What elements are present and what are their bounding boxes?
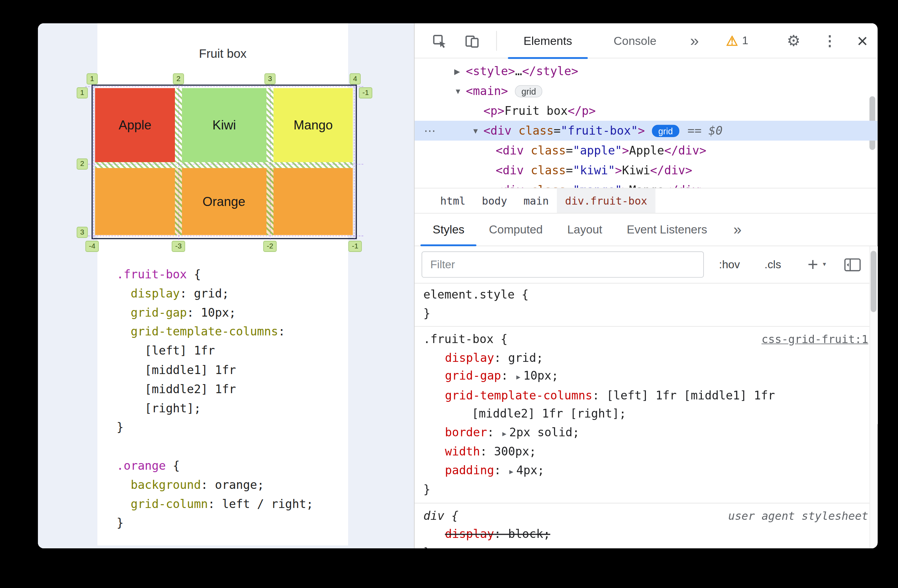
disclosure-expanded-icon[interactable]: ▼ — [472, 126, 483, 135]
breadcrumb-item-body[interactable]: body — [474, 189, 515, 213]
browser-window: Fruit box Apple Kiwi Mango Orange — [38, 23, 878, 548]
grid-line-number-bottom: -1 — [349, 241, 362, 252]
cell-apple-label: Apple — [118, 118, 151, 133]
more-tabs-icon[interactable]: » — [727, 214, 749, 246]
rule-divider — [415, 326, 878, 327]
rule-selector[interactable]: .fruit-box { — [423, 330, 507, 349]
dom-tree-row[interactable]: ▶<style>…</style> — [415, 61, 878, 81]
grid-line-number-bottom: -2 — [263, 241, 277, 252]
expand-shorthand-icon[interactable]: ▸ — [502, 428, 506, 438]
toggle-element-classes-button[interactable]: .cls — [764, 246, 781, 283]
breadcrumb-item-html[interactable]: html — [432, 189, 474, 213]
cell-kiwi-label: Kiwi — [212, 118, 236, 133]
more-actions-icon[interactable]: ⋯ — [424, 123, 436, 137]
cell-orange: Orange — [95, 168, 353, 235]
tab-styles[interactable]: Styles — [420, 214, 477, 246]
settings-gear-icon[interactable]: ⚙ — [785, 23, 802, 58]
screenshot-root: Fruit box Apple Kiwi Mango Orange — [0, 0, 898, 588]
dom-tree-row[interactable]: <p>Fruit box</p> — [415, 101, 878, 121]
close-devtools-icon[interactable]: × — [853, 23, 872, 58]
rule-selector[interactable]: element.style { — [423, 286, 529, 305]
grid-line-number-bottom: -4 — [86, 241, 99, 252]
css-declaration[interactable]: grid-gap: ▸10px; — [415, 367, 793, 386]
grid-line-overlay — [354, 78, 355, 246]
dom-tree-row[interactable]: <div class="kiwi">Kiwi</div> — [415, 160, 878, 180]
new-rule-dropdown-icon[interactable]: ▾ — [823, 260, 826, 268]
disclosure-collapsed-icon[interactable]: ▶ — [454, 67, 466, 75]
css-code-line: [right]; — [117, 399, 313, 418]
device-toolbar-icon[interactable] — [464, 34, 480, 49]
devtools-panel: Elements Console » ⚠ 1 ⚙ ⋮ × ▶<style>…</… — [414, 23, 878, 548]
style-rule: element.style {} — [415, 286, 878, 323]
cell-kiwi: Kiwi — [182, 88, 266, 162]
style-rule: div {user agent stylesheetdisplay: block… — [415, 506, 878, 548]
cell-orange-label: Orange — [202, 194, 245, 209]
css-code-line: [middle2] 1fr — [117, 380, 313, 399]
tab-elements[interactable]: Elements — [508, 23, 588, 58]
toggle-pseudo-state-button[interactable]: :hov — [719, 246, 740, 283]
devtools-toolbar: Elements Console » ⚠ 1 ⚙ ⋮ × — [415, 23, 878, 58]
toggle-sidebar-panel-icon[interactable] — [844, 246, 861, 283]
grid-line-number-right: -1 — [359, 87, 372, 98]
styles-scrollbar-thumb[interactable] — [870, 251, 876, 312]
more-panels-icon[interactable]: » — [684, 23, 705, 58]
toolbar-separator — [496, 31, 497, 51]
css-code-line: [middle1] 1fr — [117, 360, 313, 380]
grid-badge[interactable]: grid — [515, 85, 543, 97]
grid-line-overlay — [93, 78, 94, 246]
grid-line-number-top: 4 — [349, 74, 361, 84]
css-code-line: } — [117, 418, 313, 437]
tab-layout[interactable]: Layout — [555, 214, 615, 246]
styles-filter-input[interactable] — [421, 252, 704, 278]
grid-line-number-top: 3 — [264, 74, 275, 84]
grid-line-number-top: 1 — [87, 74, 98, 84]
elements-dom-tree: ▶<style>…</style>▼<main>grid<p>Fruit box… — [415, 58, 878, 188]
dom-tree-row[interactable]: <div class="apple">Apple</div> — [415, 140, 878, 160]
expand-shorthand-icon[interactable]: ▸ — [509, 466, 514, 476]
css-code-line: grid-column: left / right; — [117, 494, 313, 514]
css-declaration[interactable]: padding: ▸4px; — [415, 461, 793, 480]
warning-count: 1 — [742, 34, 749, 47]
grid-badge-active[interactable]: grid — [652, 125, 679, 137]
page-viewport: Fruit box Apple Kiwi Mango Orange — [38, 23, 414, 548]
issues-warning-badge[interactable]: ⚠ 1 — [726, 23, 748, 58]
dom-tree-row[interactable]: ▼<main>grid — [415, 81, 878, 101]
styles-filter-bar: :hov .cls + ▾ — [415, 246, 878, 283]
css-code-line: .fruit-box { — [117, 265, 313, 284]
user-agent-stylesheet-label: user agent stylesheet — [728, 506, 869, 525]
tab-computed[interactable]: Computed — [477, 214, 555, 246]
breadcrumb-item-main[interactable]: main — [515, 189, 557, 213]
new-style-rule-button[interactable]: + — [807, 246, 818, 283]
css-source-code: .fruit-box { display: grid; grid-gap: 10… — [117, 265, 313, 533]
css-code-line — [117, 437, 313, 456]
cell-mango-label: Mango — [294, 118, 333, 133]
css-declaration[interactable]: display: grid; — [415, 349, 793, 367]
inspect-element-icon[interactable] — [432, 34, 447, 49]
disclosure-expanded-icon[interactable]: ▼ — [454, 87, 466, 95]
rule-selector[interactable]: div { — [423, 506, 458, 525]
tab-event-listeners[interactable]: Event Listeners — [615, 214, 720, 246]
warning-icon: ⚠ — [726, 33, 738, 49]
css-code-line: grid-template-columns: — [117, 322, 313, 341]
css-declaration[interactable]: display: block; — [415, 525, 793, 543]
cell-apple: Apple — [95, 88, 175, 162]
expand-shorthand-icon[interactable]: ▸ — [517, 372, 521, 382]
grid-line-overlay — [270, 78, 271, 246]
grid-line-overlay — [85, 86, 363, 87]
css-declaration[interactable]: grid-template-columns: [left] 1fr [middl… — [415, 386, 793, 423]
kebab-menu-icon[interactable]: ⋮ — [823, 23, 837, 58]
breadcrumb-item-div.fruit-box[interactable]: div.fruit-box — [557, 189, 655, 213]
grid-line-number-bottom: -3 — [172, 241, 185, 252]
css-declaration[interactable]: width: 300px; — [415, 443, 793, 461]
css-declaration[interactable]: border: ▸2px solid; — [415, 423, 793, 443]
dom-tree-row[interactable]: <div class="mango">Mango</div> — [415, 180, 878, 188]
stylesheet-source-link[interactable]: css-grid-fruit:1 — [762, 330, 869, 349]
dom-breadcrumbs: htmlbodymaindiv.fruit-box — [415, 188, 878, 214]
fruit-grid: Apple Kiwi Mango Orange — [91, 85, 357, 239]
style-rule: .fruit-box {css-grid-fruit:1display: gri… — [415, 330, 878, 499]
cell-mango: Mango — [274, 88, 353, 162]
tab-console[interactable]: Console — [595, 23, 675, 58]
css-code-line: display: grid; — [117, 284, 313, 303]
dom-tree-row[interactable]: ⋯▼<div class="fruit-box">grid== $0 — [415, 121, 878, 140]
page-title: Fruit box — [97, 47, 348, 60]
